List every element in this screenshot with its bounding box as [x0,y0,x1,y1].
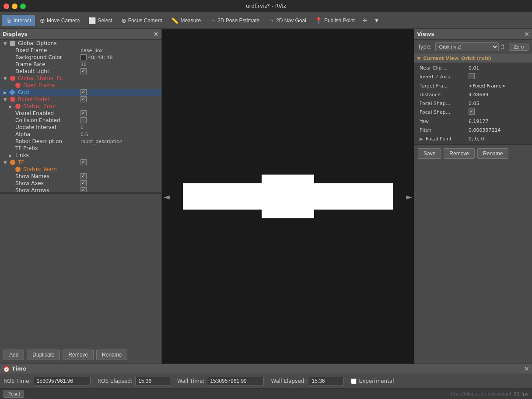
frame-rate-value[interactable]: 30 [79,61,161,68]
global-options-label[interactable]: ▼ Global Options [0,40,79,47]
wall-time-label: Wall Time: [177,378,204,384]
grid-text: Grid [18,89,29,95]
views-title: Views [417,31,434,37]
ros-time-input[interactable] [34,377,91,385]
viewport-arrow-right: ► [406,192,412,201]
show-names-value[interactable] [79,173,161,180]
target-frame-value[interactable]: <Fixed Frame> [467,83,532,89]
default-light-checkbox[interactable] [80,68,87,74]
wall-elapsed-input[interactable] [309,377,344,385]
rename-button[interactable]: Rename [96,350,127,360]
pitch-value[interactable]: 0.000397214 [467,127,532,133]
current-view-header[interactable]: ▼ Current View Orbit (rviz) [414,54,532,63]
show-arrows-value[interactable] [79,187,161,192]
show-names-checkbox[interactable] [80,173,87,179]
maximize-button[interactable] [20,4,26,9]
reset-button[interactable]: Reset [4,390,24,398]
distance-value[interactable]: 4.48689 [467,91,532,98]
interact-button[interactable]: 🖱 Interact [2,15,35,26]
global-status-expand[interactable]: ▼ [4,76,9,81]
grid-value[interactable] [79,89,161,96]
robotmodel-value[interactable] [79,96,161,103]
add-button[interactable]: Add [4,350,24,360]
status-warn-label[interactable]: Status: Warn [0,166,79,173]
yaw-value[interactable]: 6.19177 [467,118,532,125]
near-clip-value[interactable]: 0.01 [467,65,532,71]
pose-estimate-button[interactable]: → 2D Pose Estimate [206,15,263,26]
distance-label: Distance [414,91,467,98]
fixed-frame-error-label[interactable]: Fixed Frame [0,82,79,89]
current-view-expand[interactable]: ▼ [417,56,420,61]
links-expand[interactable]: ▶ [9,153,14,158]
links-label[interactable]: ▶ Links [0,152,79,159]
invert-z-checkbox[interactable] [469,73,475,79]
focal-shape-checkbox[interactable] [469,108,475,115]
displays-close-button[interactable]: ✕ [154,31,159,38]
focal-shape-2-value[interactable] [467,108,532,116]
tree-row-tf: ▼ TF [0,159,161,166]
robot-description-value[interactable]: robot_description [79,138,161,145]
tree-row-status-error: ▶ Status: Error [0,103,161,110]
grid-label[interactable]: ▶ Grid [0,89,79,96]
alpha-value[interactable]: 0.5 [79,131,161,138]
tf-expand[interactable]: ▼ [4,160,9,165]
collision-enabled-value[interactable] [79,117,161,124]
fixed-frame-value[interactable]: base_link [79,47,161,54]
focal-point-expand[interactable]: ▶ [420,136,425,141]
show-arrows-checkbox[interactable] [80,187,87,192]
robotmodel-expand[interactable]: ▼ [4,97,9,102]
tf-value[interactable] [79,159,161,166]
tf-label[interactable]: ▼ TF [0,159,79,166]
measure-button[interactable]: 📏 Measure [167,15,205,26]
show-axes-checkbox[interactable] [80,180,87,186]
nav-icon: → [268,17,274,24]
robotmodel-checkbox[interactable] [80,96,87,102]
plus-button[interactable]: ✛ [360,15,370,26]
duplicate-button[interactable]: Duplicate [27,350,60,360]
select-button[interactable]: ⬜ Select [84,15,116,26]
show-axes-value[interactable] [79,180,161,187]
move-camera-button[interactable]: ⊕ Move Camera [36,15,84,26]
update-interval-rm-value[interactable]: 0 [79,124,161,131]
global-options-expand[interactable]: ▼ [4,41,9,46]
views-save-button[interactable]: Save [418,148,441,159]
bg-color-value[interactable]: 48; 48; 48 [79,54,161,61]
publish-point-button[interactable]: 📍 Publish Point [311,15,359,26]
nav-goal-button[interactable]: → 2D Nav Goal [264,15,310,26]
visual-enabled-checkbox[interactable] [80,110,87,116]
type-arrows[interactable]: ⇕ [500,43,505,51]
type-select[interactable]: Orbit (rviz) [435,42,499,51]
status-error-label[interactable]: ▶ Status: Error [0,103,79,110]
minimize-button[interactable] [12,4,18,9]
displays-content[interactable]: ▼ Global Options Fixed Frame base_link B [0,40,161,192]
collision-enabled-checkbox[interactable] [80,117,87,123]
focal-point-label[interactable]: ▶ Focal Point [414,136,467,142]
time-close-button[interactable]: ✕ [524,365,529,372]
grid-expand[interactable]: ▶ [4,90,9,95]
views-rename-button[interactable]: Rename [477,148,508,159]
global-status-label[interactable]: ▼ Global Status: Er... [0,75,79,82]
zero-button[interactable]: Zero [509,43,528,51]
views-remove-button[interactable]: Remove [444,148,475,159]
default-light-value[interactable] [79,68,161,75]
invert-z-value[interactable] [467,73,532,81]
focal-point-value[interactable]: 0; 0; 0 [467,136,532,142]
remove-button[interactable]: Remove [63,350,94,360]
focus-camera-button[interactable]: ⊕ Focus Camera [117,15,167,26]
ros-elapsed-input[interactable] [135,377,170,385]
close-button[interactable] [4,4,9,9]
bg-color-text: Background Color [15,54,62,60]
robotmodel-label[interactable]: ▼ RobotModel [0,96,79,103]
status-error-expand[interactable]: ▶ [9,104,14,109]
views-close-button[interactable]: ✕ [524,31,529,38]
wall-time-input[interactable] [207,377,264,385]
grid-checkbox[interactable] [80,89,87,95]
tf-checkbox[interactable] [80,159,87,165]
focal-shape-1-value[interactable]: 0.05 [467,100,532,107]
prop-focal-shape-1: Focal Shap... 0.05 [414,99,532,108]
3d-viewport[interactable]: ◄ ► [162,29,414,364]
experimental-checkbox[interactable] [351,378,357,384]
menu-button[interactable]: ▼ [371,15,382,26]
tf-prefix-value[interactable] [79,145,161,152]
visual-enabled-value[interactable] [79,110,161,117]
